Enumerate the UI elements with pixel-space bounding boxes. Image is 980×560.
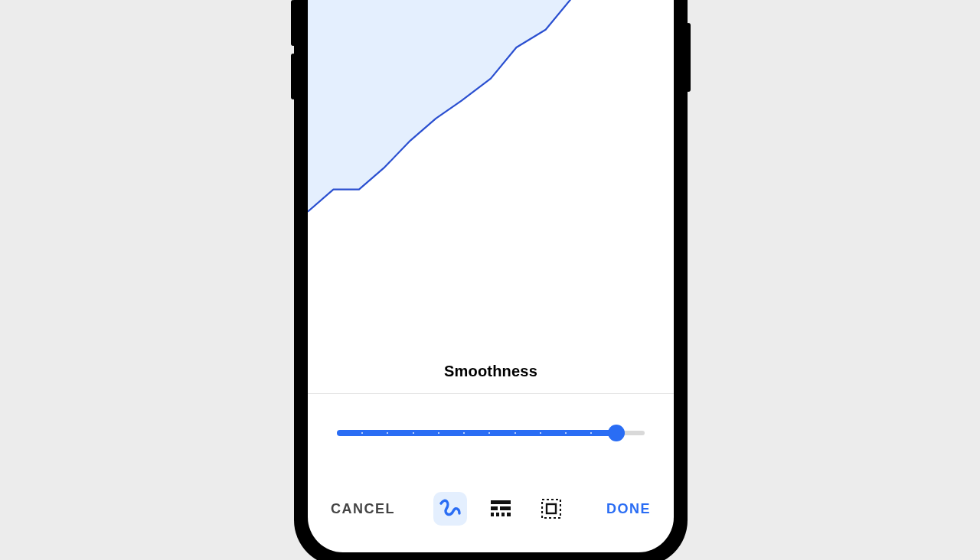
toolbar: CANCEL — [308, 482, 674, 536]
phone-side-button — [686, 23, 691, 92]
chart-preview — [308, 0, 674, 358]
squiggle-icon — [439, 498, 462, 519]
tool-icons — [433, 492, 568, 526]
phone-side-button — [291, 0, 296, 46]
cancel-button[interactable]: CANCEL — [331, 501, 395, 517]
crop-select-icon — [541, 499, 561, 519]
smoothness-tool[interactable] — [433, 492, 467, 526]
crop-tool[interactable] — [534, 492, 568, 526]
svg-rect-5 — [501, 513, 505, 516]
svg-rect-3 — [491, 513, 494, 516]
svg-rect-8 — [547, 504, 556, 513]
slider-ticks — [337, 430, 616, 436]
svg-rect-4 — [496, 513, 499, 516]
done-button[interactable]: DONE — [606, 501, 651, 517]
smoothness-slider[interactable] — [337, 424, 645, 442]
svg-rect-1 — [491, 506, 498, 510]
phone-side-button — [291, 54, 296, 99]
svg-rect-6 — [507, 513, 511, 516]
svg-rect-2 — [500, 506, 511, 510]
divider — [308, 393, 674, 394]
style-tool[interactable] — [484, 492, 518, 526]
svg-rect-0 — [491, 500, 511, 504]
chart-svg — [308, 0, 674, 358]
section-title: Smoothness — [308, 363, 674, 380]
phone-frame: Smoothness CANCEL — [294, 0, 688, 560]
rows-icon — [491, 500, 511, 517]
phone-screen: Smoothness CANCEL — [308, 0, 674, 552]
slider-thumb[interactable] — [608, 425, 625, 441]
svg-rect-7 — [542, 500, 560, 518]
